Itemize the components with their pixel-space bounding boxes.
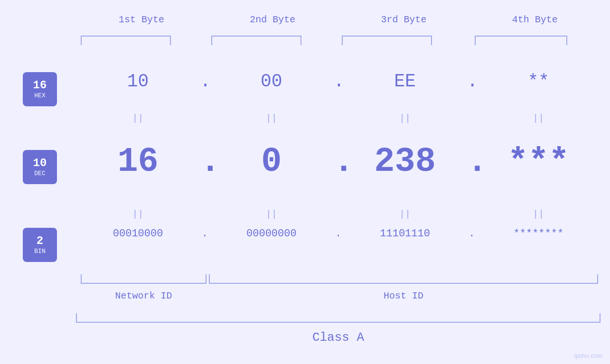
eq1-dot3: [467, 113, 477, 124]
dec-byte4: ***: [477, 142, 601, 181]
hex-byte1: 10: [76, 71, 200, 92]
top-bracket-byte1: [81, 36, 171, 45]
column-headers: 1st Byte 2nd Byte 3rd Byte 4th Byte: [76, 14, 601, 25]
bin-row: 00010000 . 00000000 . 11101110 . *******…: [76, 228, 601, 240]
eq2-byte4: ||: [477, 209, 601, 220]
bin-dot1: .: [200, 228, 209, 240]
hex-dot1: .: [200, 71, 209, 92]
bin-dot3: .: [467, 228, 477, 240]
hex-badge-number: 16: [33, 80, 47, 91]
col-header-2: 2nd Byte: [207, 14, 338, 25]
col-header-1: 1st Byte: [76, 14, 207, 25]
eq1-dot1: [200, 113, 209, 124]
eq1-byte3: ||: [343, 113, 467, 124]
dec-dot2: .: [334, 142, 343, 181]
main-content: 1st Byte 2nd Byte 3rd Byte 4th Byte 10 .…: [76, 0, 601, 364]
bin-dot2: .: [334, 228, 343, 240]
bin-badge-number: 2: [37, 235, 43, 247]
top-bracket-byte3: [342, 36, 432, 45]
class-label: Class A: [76, 330, 601, 345]
host-id-bracket: [209, 274, 598, 284]
bin-badge: 2 BIN: [23, 228, 57, 262]
equals-row-1: || || || ||: [76, 113, 601, 124]
class-bracket: [76, 313, 601, 323]
bin-byte4: ********: [477, 228, 601, 240]
hex-byte3: EE: [343, 71, 467, 92]
watermark: ipshu.com: [574, 352, 602, 359]
eq2-dot3: [467, 209, 477, 220]
eq1-byte2: ||: [209, 113, 333, 124]
dec-badge: 10 DEC: [23, 150, 57, 184]
bin-badge-label: BIN: [34, 248, 45, 255]
dec-row: 16 . 0 . 238 . ***: [76, 142, 601, 181]
dec-badge-number: 10: [33, 158, 47, 169]
hex-dot2: .: [334, 71, 343, 92]
host-id-label: Host ID: [209, 290, 598, 301]
bin-byte3: 11101110: [343, 228, 467, 240]
dec-byte2: 0: [209, 142, 333, 181]
dec-dot1: .: [200, 142, 209, 181]
eq1-byte4: ||: [477, 113, 601, 124]
eq2-dot1: [200, 209, 209, 220]
top-bracket-byte2: [211, 36, 301, 45]
dec-byte1: 16: [76, 142, 200, 181]
hex-byte4: **: [477, 71, 601, 92]
eq1-dot2: [334, 113, 343, 124]
col-header-3: 3rd Byte: [338, 14, 469, 25]
eq2-dot2: [334, 209, 343, 220]
hex-row: 10 . 00 . EE . **: [76, 71, 601, 92]
hex-badge: 16 HEX: [23, 72, 57, 106]
bin-byte2: 00000000: [209, 228, 333, 240]
eq2-byte2: ||: [209, 209, 333, 220]
network-id-label: Network ID: [81, 290, 206, 301]
col-header-4: 4th Byte: [469, 14, 601, 25]
dec-badge-label: DEC: [34, 170, 45, 177]
bin-byte1: 00010000: [76, 228, 200, 240]
eq2-byte1: ||: [76, 209, 200, 220]
hex-badge-label: HEX: [34, 92, 45, 99]
eq1-byte1: ||: [76, 113, 200, 124]
hex-dot3: .: [467, 71, 477, 92]
top-bracket-byte4: [475, 36, 567, 45]
dec-dot3: .: [467, 142, 477, 181]
dec-byte3: 238: [343, 142, 467, 181]
network-id-bracket: [81, 274, 206, 284]
equals-row-2: || || || ||: [76, 209, 601, 220]
hex-byte2: 00: [209, 71, 333, 92]
eq2-byte3: ||: [343, 209, 467, 220]
